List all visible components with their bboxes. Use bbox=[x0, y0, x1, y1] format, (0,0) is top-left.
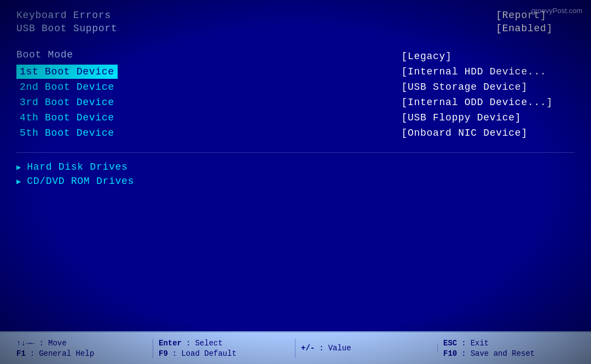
boot-mode-value: [Legacy] bbox=[401, 49, 553, 63]
f1-colon: : bbox=[30, 349, 34, 358]
f10-colon: : bbox=[461, 349, 466, 358]
status-cell-move: ↑↓→← : Move F1 : General Help bbox=[11, 339, 153, 358]
boot-mode-label: Boot Mode bbox=[16, 49, 118, 60]
top-left-labels: Keyboard Errors USB Boot Support bbox=[16, 10, 117, 34]
plusminus-colon: : bbox=[319, 344, 323, 353]
hard-disk-drives-item[interactable]: ▶ Hard Disk Drives bbox=[16, 161, 575, 172]
watermark: groovyPost.com bbox=[531, 7, 582, 15]
enter-desc: Select bbox=[195, 339, 222, 348]
status-f9-line: F9 : Load Default bbox=[159, 349, 236, 358]
f9-colon: : bbox=[172, 349, 177, 358]
boot-device-3rd[interactable]: 3rd Boot Device bbox=[16, 95, 118, 109]
status-cell-exit: ESC : Exit F10 : Save and Reset bbox=[438, 339, 580, 358]
hard-disk-arrow-icon: ▶ bbox=[16, 163, 21, 172]
f9-key: F9 bbox=[159, 349, 168, 358]
move-key: ↑↓→← bbox=[16, 339, 35, 348]
cd-dvd-arrow-icon: ▶ bbox=[16, 177, 21, 186]
boot-left: Boot Mode 1st Boot Device 2nd Boot Devic… bbox=[16, 49, 118, 140]
boot-device-4th[interactable]: 4th Boot Device bbox=[16, 111, 118, 125]
status-cell-select: Enter : Select F9 : Load Default bbox=[153, 339, 296, 358]
usb-boot-support-label[interactable]: USB Boot Support bbox=[16, 23, 117, 34]
keyboard-errors-label[interactable]: Keyboard Errors bbox=[16, 10, 117, 21]
top-items: Keyboard Errors USB Boot Support [Report… bbox=[16, 10, 575, 34]
move-desc: Move bbox=[48, 339, 67, 348]
status-cell-value: +/- : Value bbox=[296, 344, 438, 353]
boot-section: Boot Mode 1st Boot Device 2nd Boot Devic… bbox=[16, 49, 575, 140]
boot-value-4th: [USB Floppy Device] bbox=[401, 111, 553, 125]
boot-device-2nd[interactable]: 2nd Boot Device bbox=[16, 80, 118, 94]
status-bar-inner: ↑↓→← : Move F1 : General Help Enter : Se… bbox=[11, 339, 580, 358]
boot-value-5th: [Onboard NIC Device] bbox=[401, 126, 553, 140]
esc-desc: Exit bbox=[471, 339, 489, 348]
f10-key: F10 bbox=[443, 349, 457, 358]
status-enter-line: Enter : Select bbox=[159, 339, 223, 348]
usb-boot-support-value: [Enabled] bbox=[496, 23, 553, 34]
main-content: Keyboard Errors USB Boot Support [Report… bbox=[0, 0, 591, 331]
status-help-line: F1 : General Help bbox=[16, 349, 94, 358]
drives-section: ▶ Hard Disk Drives ▶ CD/DVD ROM Drives bbox=[16, 161, 575, 187]
status-move-line: ↑↓→← : Move bbox=[16, 339, 67, 348]
status-esc-line: ESC : Exit bbox=[443, 339, 489, 348]
cd-dvd-drives-item[interactable]: ▶ CD/DVD ROM Drives bbox=[16, 176, 575, 187]
boot-device-5th[interactable]: 5th Boot Device bbox=[16, 126, 118, 140]
hard-disk-drives-label: Hard Disk Drives bbox=[27, 161, 128, 172]
f9-desc: Load Default bbox=[181, 349, 236, 358]
boot-value-3rd: [Internal ODD Device...] bbox=[401, 95, 553, 109]
status-value-line: +/- : Value bbox=[301, 344, 351, 353]
f1-desc: General Help bbox=[39, 349, 94, 358]
boot-right: [Legacy] [Internal HDD Device... [USB St… bbox=[401, 49, 575, 140]
cd-dvd-drives-label: CD/DVD ROM Drives bbox=[27, 176, 134, 187]
esc-colon: : bbox=[461, 339, 466, 348]
status-f10-line: F10 : Save and Reset bbox=[443, 349, 535, 358]
f1-key: F1 bbox=[16, 349, 26, 358]
enter-colon: : bbox=[186, 339, 190, 348]
boot-value-1st: [Internal HDD Device... bbox=[401, 65, 553, 79]
bios-screen: groovyPost.com Keyboard Errors USB Boot … bbox=[0, 0, 591, 364]
move-colon: : bbox=[39, 339, 44, 348]
esc-key: ESC bbox=[443, 339, 457, 348]
separator bbox=[16, 152, 575, 153]
boot-value-2nd: [USB Storage Device] bbox=[401, 80, 553, 94]
status-bar: ↑↓→← : Move F1 : General Help Enter : Se… bbox=[0, 331, 591, 364]
enter-key: Enter bbox=[159, 339, 182, 348]
plusminus-desc: Value bbox=[328, 344, 351, 353]
f10-desc: Save and Reset bbox=[471, 349, 535, 358]
plusminus-key: +/- bbox=[301, 344, 315, 353]
boot-device-1st[interactable]: 1st Boot Device bbox=[16, 65, 118, 79]
